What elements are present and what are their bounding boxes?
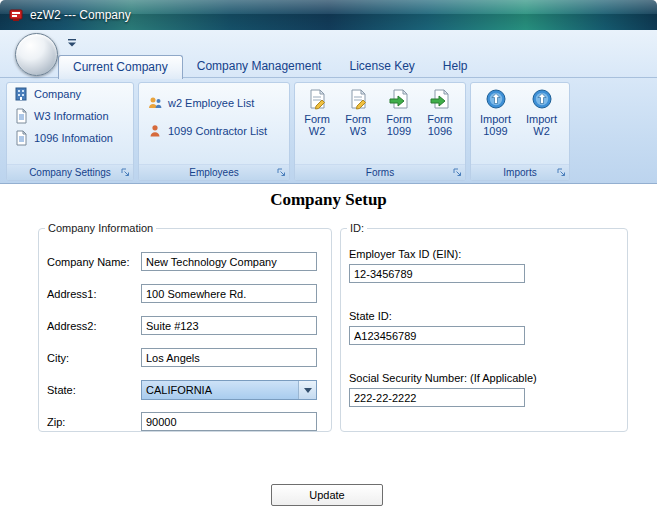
update-button[interactable]: Update (271, 484, 383, 506)
main-content: Company Setup Company Information Compan… (0, 184, 657, 528)
group-employees: w2 Employee List 1099 Contractor List Em… (138, 82, 290, 181)
app-window: ezW2 --- Company Current Company Company… (0, 0, 657, 528)
group-footer-company-settings: Company Settings (7, 164, 133, 180)
button-label: 1099 (473, 125, 518, 137)
chevron-down-icon (67, 39, 77, 47)
state-label: State: (47, 384, 76, 396)
button-label: W2 (297, 125, 337, 137)
ribbon-tab-bar: Current Company Company Management Licen… (0, 55, 657, 78)
chevron-down-icon (304, 388, 312, 393)
group-footer-employees: Employees (139, 164, 289, 180)
ssn-field[interactable] (349, 388, 525, 407)
group-label: Forms (366, 167, 394, 178)
ribbon-item-label: Company (34, 88, 81, 100)
document-icon (13, 130, 29, 146)
company-information-groupbox: Company Information Company Name: Addres… (38, 222, 332, 432)
ssn-label: Social Security Number: (If Applicable) (349, 372, 537, 384)
group-label: Employees (189, 167, 238, 178)
address1-field[interactable] (141, 284, 317, 303)
button-label: Form (379, 113, 419, 125)
address2-field[interactable] (141, 316, 317, 335)
building-icon (13, 86, 29, 102)
form-arrow-icon (388, 88, 410, 110)
button-label: 1096 (420, 125, 460, 137)
button-label: W2 (519, 125, 564, 137)
tab-help[interactable]: Help (429, 55, 482, 78)
document-icon (13, 108, 29, 124)
button-import-1099[interactable]: Import 1099 (473, 86, 518, 137)
group-label: Imports (503, 167, 536, 178)
ein-field[interactable] (349, 264, 525, 283)
company-name-field[interactable] (141, 252, 317, 271)
ribbon-item-label: w2 Employee List (168, 97, 254, 109)
groupbox-legend: Company Information (45, 222, 156, 234)
qat-customize-dropdown[interactable] (64, 36, 80, 50)
page-title: Company Setup (0, 190, 657, 210)
state-selected-value: CALIFORNIA (142, 381, 298, 399)
button-form-1096[interactable]: Form 1096 (420, 86, 460, 137)
button-label: W3 (338, 125, 378, 137)
group-imports: Import 1099 Import W2 Import (470, 82, 570, 181)
imports-buttons: Import 1099 Import W2 (471, 83, 569, 140)
state-select[interactable]: CALIFORNIA (141, 380, 317, 400)
state-id-field[interactable] (349, 326, 525, 345)
ribbon-item-1099-contractor-list[interactable]: 1099 Contractor List (139, 117, 289, 145)
button-form-w3[interactable]: Form W3 (338, 86, 378, 137)
button-form-w2[interactable]: Form W2 (297, 86, 337, 137)
dialog-launcher-icon[interactable] (120, 167, 131, 178)
zip-label: Zip: (47, 416, 65, 428)
forms-buttons: Form W2 Form W3 (295, 83, 465, 140)
id-groupbox: ID: Employer Tax ID (EIN): State ID: Soc… (340, 222, 628, 432)
tab-current-company[interactable]: Current Company (58, 55, 183, 79)
button-label: Import (473, 113, 518, 125)
contractor-icon (147, 123, 163, 139)
dialog-launcher-icon[interactable] (276, 167, 287, 178)
titlebar[interactable]: ezW2 --- Company (0, 0, 657, 30)
tab-company-management[interactable]: Company Management (183, 55, 336, 78)
button-form-1099[interactable]: Form 1099 (379, 86, 419, 137)
ribbon-item-company[interactable]: Company (7, 83, 133, 105)
ribbon-groups: Company W3 Information (6, 82, 570, 181)
ribbon-item-1096-infomation[interactable]: 1096 Infomation (7, 127, 133, 149)
state-id-label: State ID: (349, 310, 392, 322)
company-name-label: Company Name: (47, 256, 130, 268)
import-icon (485, 88, 507, 110)
group-company-settings: Company W3 Information (6, 82, 134, 181)
ribbon-item-w2-employee-list[interactable]: w2 Employee List (139, 89, 289, 117)
tab-license-key[interactable]: License Key (335, 55, 428, 78)
ein-label: Employer Tax ID (EIN): (349, 248, 461, 260)
city-label: City: (47, 352, 69, 364)
address2-label: Address2: (47, 320, 97, 332)
button-import-w2[interactable]: Import W2 (519, 86, 564, 137)
form-edit-icon (347, 88, 369, 110)
button-label: Form (297, 113, 337, 125)
ribbon-item-label: 1096 Infomation (34, 132, 113, 144)
form-arrow-icon (429, 88, 451, 110)
ribbon-item-label: W3 Information (34, 110, 109, 122)
application-menu-orb[interactable] (15, 33, 58, 76)
button-label: Import (519, 113, 564, 125)
window-title: ezW2 --- Company (30, 8, 131, 22)
button-label: Form (420, 113, 460, 125)
ribbon-item-w3-information[interactable]: W3 Information (7, 105, 133, 127)
dialog-launcher-icon[interactable] (452, 167, 463, 178)
zip-field[interactable] (141, 412, 317, 431)
group-forms: Form W2 Form W3 (294, 82, 466, 181)
button-label: 1099 (379, 125, 419, 137)
ribbon-item-label: 1099 Contractor List (168, 125, 267, 137)
dialog-launcher-icon[interactable] (556, 167, 567, 178)
city-field[interactable] (141, 348, 317, 367)
form-edit-icon (306, 88, 328, 110)
group-footer-forms: Forms (295, 164, 465, 180)
employees-icon (147, 95, 163, 111)
group-footer-imports: Imports (471, 164, 569, 180)
import-icon (531, 88, 553, 110)
button-label: Form (338, 113, 378, 125)
address1-label: Address1: (47, 288, 97, 300)
group-label: Company Settings (29, 167, 111, 178)
app-icon[interactable] (8, 7, 24, 23)
combo-dropdown-button[interactable] (298, 381, 316, 399)
groupbox-legend: ID: (347, 222, 367, 234)
